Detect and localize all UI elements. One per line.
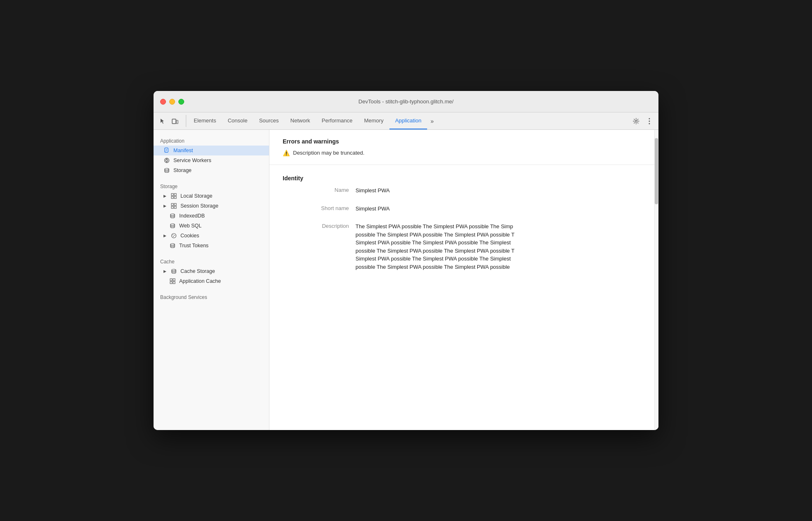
app-cache-icon — [169, 278, 176, 284]
content-inner: Errors and warnings ⚠️ Description may b… — [269, 130, 658, 291]
sidebar-item-local-storage[interactable]: ▶ Local Storage — [154, 191, 269, 201]
sidebar-item-app-cache-label: Application Cache — [179, 278, 221, 284]
svg-point-23 — [171, 214, 175, 215]
svg-point-26 — [173, 234, 173, 235]
identity-row-name: Name Simplest PWA — [283, 186, 645, 195]
tab-network[interactable]: Network — [285, 112, 316, 129]
sidebar-item-manifest[interactable]: Manifest — [154, 146, 269, 155]
sidebar-application-label: Application — [154, 133, 269, 146]
svg-rect-0 — [172, 119, 176, 124]
titlebar: DevTools - stitch-glib-typhoon.glitch.me… — [154, 91, 658, 112]
svg-rect-7 — [166, 149, 167, 150]
sidebar-item-cookies[interactable]: ▶ Cookies — [154, 231, 269, 241]
sidebar-item-manifest-label: Manifest — [173, 148, 193, 153]
identity-value-short-name: Simplest PWA — [356, 205, 645, 213]
vertical-scrollbar[interactable] — [654, 130, 658, 430]
svg-rect-18 — [174, 196, 176, 198]
sidebar-item-local-storage-label: Local Storage — [180, 193, 212, 199]
tab-console[interactable]: Console — [222, 112, 253, 129]
svg-rect-33 — [170, 282, 172, 284]
sidebar-storage-label: Storage — [154, 179, 269, 191]
warning-row: ⚠️ Description may be truncated. — [283, 150, 645, 156]
indexed-db-icon — [169, 213, 176, 219]
sidebar-item-cache-storage-label: Cache Storage — [180, 268, 215, 274]
sidebar-item-cookies-label: Cookies — [180, 233, 199, 239]
warning-text: Description may be truncated. — [293, 150, 365, 156]
tab-sources[interactable]: Sources — [253, 112, 285, 129]
svg-point-11 — [166, 160, 168, 162]
sidebar: Application Manifest Service Workers — [154, 130, 269, 430]
web-sql-icon — [169, 223, 176, 229]
sidebar-item-session-storage[interactable]: ▶ Session Storage — [154, 201, 269, 211]
identity-value-name: Simplest PWA — [356, 186, 645, 195]
tab-memory[interactable]: Memory — [358, 112, 389, 129]
manifest-icon — [163, 148, 170, 153]
sidebar-item-service-workers[interactable]: Service Workers — [154, 155, 269, 165]
tab-application[interactable]: Application — [389, 112, 428, 129]
sidebar-item-trust-tokens[interactable]: Trust Tokens — [154, 241, 269, 251]
sidebar-item-storage[interactable]: Storage — [154, 165, 269, 175]
warning-icon: ⚠️ — [283, 150, 290, 156]
cursor-tool-button[interactable] — [157, 115, 168, 127]
svg-rect-20 — [174, 203, 176, 206]
sidebar-cache-label: Cache — [154, 254, 269, 266]
svg-point-24 — [171, 224, 175, 225]
svg-point-5 — [649, 123, 650, 124]
tab-performance[interactable]: Performance — [316, 112, 358, 129]
sidebar-item-service-workers-label: Service Workers — [173, 158, 211, 163]
more-options-button[interactable] — [644, 115, 655, 127]
sidebar-item-indexed-db-label: IndexedDB — [179, 213, 205, 219]
svg-rect-16 — [174, 194, 176, 196]
svg-rect-19 — [171, 203, 173, 206]
sidebar-divider-2 — [154, 251, 269, 254]
svg-point-14 — [165, 168, 169, 170]
sidebar-item-cache-storage[interactable]: ▶ Cache Storage — [154, 266, 269, 276]
content-panel: Errors and warnings ⚠️ Description may b… — [269, 130, 658, 430]
svg-point-3 — [649, 118, 650, 119]
sidebar-divider-1 — [154, 175, 269, 179]
identity-title: Identity — [283, 175, 645, 182]
tab-actions — [625, 112, 655, 129]
sidebar-item-web-sql[interactable]: Web SQL — [154, 221, 269, 231]
identity-label-short-name: Short name — [283, 205, 349, 213]
svg-rect-21 — [171, 206, 173, 208]
device-toggle-button[interactable] — [169, 115, 181, 127]
svg-rect-34 — [173, 282, 175, 284]
trust-tokens-icon — [169, 243, 176, 249]
identity-value-description: The Simplest PWA possible The Simplest P… — [356, 222, 645, 271]
session-storage-arrow: ▶ — [163, 204, 166, 208]
minimize-button[interactable] — [169, 99, 175, 105]
local-storage-arrow: ▶ — [163, 194, 166, 198]
cookies-icon — [171, 233, 177, 239]
sidebar-item-web-sql-label: Web SQL — [179, 223, 202, 229]
maximize-button[interactable] — [178, 99, 184, 105]
local-storage-icon — [171, 193, 177, 199]
identity-section: Identity Name Simplest PWA Short name Si… — [269, 165, 658, 291]
sidebar-item-indexed-db[interactable]: IndexedDB — [154, 211, 269, 221]
tab-elements[interactable]: Elements — [188, 112, 222, 129]
svg-rect-9 — [166, 151, 166, 151]
svg-rect-1 — [176, 120, 178, 124]
sidebar-item-app-cache[interactable]: Application Cache — [154, 276, 269, 286]
tab-more-button[interactable]: » — [427, 112, 437, 129]
svg-point-25 — [172, 234, 176, 238]
cookies-arrow: ▶ — [163, 234, 166, 238]
main-area: Application Manifest Service Workers — [154, 130, 658, 430]
scrollbar-thumb[interactable] — [655, 138, 658, 204]
svg-rect-31 — [170, 279, 172, 281]
svg-rect-22 — [174, 206, 176, 208]
settings-button[interactable] — [630, 115, 642, 127]
close-button[interactable] — [160, 99, 166, 105]
identity-row-description: Description The Simplest PWA possible Th… — [283, 222, 645, 271]
svg-point-29 — [171, 244, 175, 245]
session-storage-icon — [171, 203, 177, 209]
identity-label-description: Description — [283, 222, 349, 271]
svg-rect-32 — [173, 279, 175, 281]
svg-point-27 — [174, 235, 175, 236]
svg-point-28 — [173, 236, 174, 237]
sidebar-item-trust-tokens-label: Trust Tokens — [179, 243, 209, 249]
sidebar-item-session-storage-label: Session Storage — [180, 203, 219, 209]
traffic-lights — [160, 99, 184, 105]
sidebar-divider-3 — [154, 286, 269, 289]
cache-storage-icon — [171, 268, 177, 274]
